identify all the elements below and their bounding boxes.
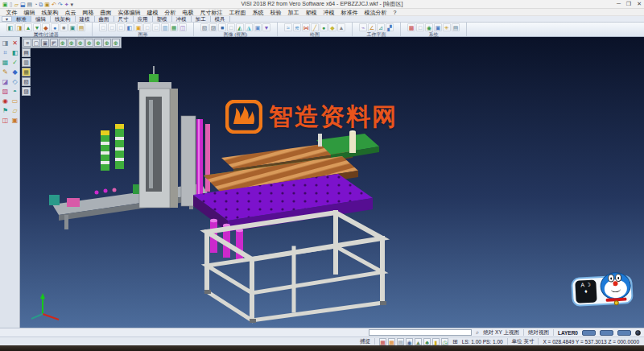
sidebar-tool-icon[interactable]: ◪	[1, 77, 10, 87]
toolbar-icon[interactable]: ≋	[293, 23, 301, 31]
sidebar-tool-icon[interactable]: ▨	[1, 87, 10, 97]
sidebar-tool-icon[interactable]: ▱	[10, 106, 19, 116]
toolbar-icon[interactable]: ▣	[68, 23, 76, 31]
toolbar-icon[interactable]: ◆	[42, 23, 50, 31]
copy-icon[interactable]: ⧉	[39, 1, 43, 8]
sidebar-tool-icon[interactable]: ◆	[10, 68, 19, 77]
maximize-button[interactable]: ❐	[626, 1, 631, 7]
toolbar-icon[interactable]: ≈	[284, 23, 292, 31]
paste-icon[interactable]: ▣	[44, 1, 50, 8]
snap-toggle-icon[interactable]: ▦	[388, 338, 395, 345]
magnifier-icon[interactable]: ⌕	[476, 329, 479, 336]
close-button[interactable]: ✕	[637, 1, 642, 7]
tab-tooling[interactable]: 模具	[211, 16, 230, 22]
menu-mesh[interactable]: 网格	[80, 9, 97, 16]
save-icon[interactable]: ⬓	[20, 1, 26, 8]
grid-icon[interactable]: ⊞	[452, 338, 458, 345]
tab-modeling[interactable]: 建模	[76, 16, 95, 22]
snap-toggle-icon[interactable]: ◉	[406, 338, 413, 345]
toolbar-icon[interactable]: ▤	[452, 23, 460, 31]
toolbar-icon[interactable]: ╱	[311, 23, 319, 31]
menu-analysis[interactable]: 分析	[162, 9, 179, 16]
sidebar-tool-icon[interactable]: ▦	[1, 58, 10, 68]
back-view-icon[interactable]: ⊕	[85, 39, 93, 47]
snap-toggle-icon[interactable]: ◷	[441, 338, 448, 345]
strip-layers-icon[interactable]: ▤	[22, 48, 31, 57]
sidebar-tool-icon[interactable]: ◫	[1, 116, 10, 126]
snap-toggle-icon[interactable]: ▮	[432, 338, 440, 345]
right-view-icon[interactable]: ⊕	[103, 39, 111, 47]
menu-drafting[interactable]: 工程图	[226, 9, 249, 16]
toolbar-icon[interactable]: □	[99, 23, 107, 31]
sidebar-tool-icon[interactable]: ◉	[1, 97, 10, 106]
toolbar-icon[interactable]: ◮	[245, 23, 253, 31]
sidebar-tool-icon[interactable]: ✓	[10, 58, 19, 68]
tab-die[interactable]: 冲模	[172, 16, 192, 22]
menu-system[interactable]: 系统	[250, 9, 266, 16]
menu-standard-parts[interactable]: 标准件	[338, 9, 361, 16]
sidebar-tool-icon[interactable]: ◓	[10, 87, 19, 97]
toolbar-icon[interactable]: ◉	[425, 23, 433, 31]
toolbar-icon[interactable]: ■	[60, 23, 68, 31]
menu-die[interactable]: 冲模	[320, 9, 337, 16]
toolbar-icon[interactable]: ▩	[407, 23, 415, 31]
menu-validate[interactable]: 校验	[267, 9, 284, 16]
toolbar-icon[interactable]: □	[117, 23, 125, 31]
toolbar-icon[interactable]: ▞	[386, 23, 394, 31]
toolbar-icon[interactable]: ▼	[262, 23, 270, 31]
tab-mould[interactable]: 塑模	[153, 16, 172, 22]
iso-view-icon[interactable]: ⊕	[59, 39, 67, 47]
toolbar-icon[interactable]: ◭	[236, 23, 244, 31]
toolbar-icon[interactable]: ■	[218, 23, 226, 31]
front-view-icon[interactable]: ⊕	[76, 39, 85, 47]
toolbar-icon[interactable]: ▣	[434, 23, 442, 31]
toolbar-icon[interactable]: ✳	[443, 23, 451, 31]
toolbar-icon[interactable]: ▨	[209, 23, 217, 31]
tab-edit[interactable]: 编辑	[31, 16, 51, 22]
bottom-view-icon[interactable]: ⊕	[112, 39, 120, 47]
status-pill[interactable]	[582, 330, 596, 336]
status-pill[interactable]	[617, 330, 631, 336]
color-indicator-icon[interactable]	[635, 330, 641, 336]
toolbar-icon[interactable]: ◨	[15, 23, 23, 31]
toolbar-icon[interactable]: ▧	[200, 23, 208, 31]
toolbar-icon[interactable]: ▦	[170, 23, 178, 31]
snap-toggle-icon[interactable]: ♣	[423, 338, 431, 345]
toolbar-icon[interactable]: ▤	[77, 23, 85, 31]
tab-surface[interactable]: 曲面	[95, 16, 114, 22]
sidebar-tool-icon[interactable]: ✎	[1, 68, 10, 77]
shaded-view-icon[interactable]: ▢	[32, 39, 40, 47]
new-file-icon[interactable]: ▯	[10, 1, 13, 8]
menu-mold-flow[interactable]: 模流分析	[361, 9, 390, 16]
wireframe-view-icon[interactable]: ▣	[41, 39, 49, 47]
units-indicator[interactable]: 单位 英寸	[512, 338, 535, 345]
workplane-indicator[interactable]: 绝对 XY 上视图	[483, 329, 519, 337]
toolbar-icon[interactable]: ⌁	[359, 23, 367, 31]
sidebar-tool-icon[interactable]: ✕	[10, 39, 19, 48]
view-indicator[interactable]: 绝对视图	[528, 329, 549, 337]
snap-toggle-icon[interactable]: ▲	[415, 338, 422, 345]
toolbar-icon[interactable]: □	[108, 23, 116, 31]
minimize-button[interactable]: ─	[617, 1, 621, 7]
sidebar-tool-icon[interactable]: ⌗	[1, 48, 10, 58]
menu-mould[interactable]: 塑模	[303, 9, 320, 16]
strip-active-icon[interactable]: ▦	[22, 68, 31, 76]
sidebar-tool-icon[interactable]: ⚑	[1, 106, 10, 116]
toolbar-icon[interactable]: ●	[320, 23, 328, 31]
menu-electrode[interactable]: 电极	[180, 9, 196, 16]
toolbar-icon[interactable]: ▲	[337, 23, 345, 31]
toolbar-icon[interactable]: □	[143, 23, 151, 31]
left-view-icon[interactable]: ⊕	[94, 39, 102, 47]
menu-solid-edit[interactable]: 实体编辑	[115, 9, 143, 16]
toolbar-icon[interactable]: ▲	[24, 23, 32, 31]
snap-toggle-icon[interactable]: ▤	[397, 338, 404, 345]
ghost-view-icon[interactable]: ◩	[50, 39, 58, 47]
toolbar-dropdown-icon[interactable]: ▾	[2, 16, 12, 22]
menu-point-cloud[interactable]: 点云	[62, 9, 79, 16]
strip-info-icon[interactable]: ▨	[22, 87, 31, 96]
menu-machining[interactable]: 加工	[285, 9, 302, 16]
menu-dimensioning[interactable]: 尺寸标注	[197, 9, 225, 16]
toolbar-icon[interactable]: ▣	[254, 23, 262, 31]
command-input[interactable]	[369, 329, 472, 336]
toolbar-icon[interactable]: ▥	[161, 23, 169, 31]
